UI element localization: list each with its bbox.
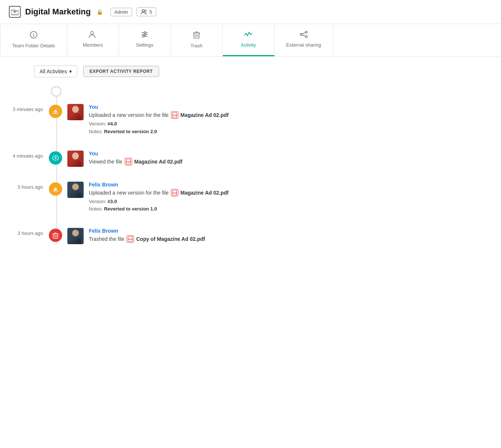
- info-icon: [30, 31, 38, 41]
- tab-trash[interactable]: Trash: [171, 24, 223, 56]
- svg-text:PDF: PDF: [173, 114, 177, 117]
- page-title: Digital Marketing: [25, 7, 91, 17]
- export-button[interactable]: EXPORT ACTIVITY REPORT: [83, 66, 159, 77]
- avatar: [67, 104, 84, 120]
- svg-point-23: [305, 36, 307, 38]
- upload-dot: [49, 105, 62, 118]
- page-header: Digital Marketing 🔒 Admin 5: [0, 0, 501, 24]
- chevron-down-icon: ▾: [69, 68, 72, 74]
- activity-description: Uploaded a new version for the file PDF …: [89, 111, 321, 119]
- svg-point-2: [142, 10, 144, 12]
- file-name: Magazine Ad 02.pdf: [181, 112, 229, 118]
- view-dot: [49, 151, 62, 165]
- trash-icon: [193, 31, 200, 41]
- avatar: [67, 151, 84, 167]
- filter-label: All Activities: [40, 68, 67, 74]
- timeline-item: 3 hours ago Felix Brown Uploaded a new v…: [12, 182, 321, 213]
- activity-description: Trashed the file PDF Copy of Magazine Ad…: [89, 235, 321, 243]
- svg-text:PDF: PDF: [173, 192, 177, 194]
- time-label: 3 minutes ago: [12, 104, 49, 113]
- svg-point-22: [305, 31, 307, 33]
- svg-line-24: [302, 33, 305, 34]
- activity-description: Uploaded a new version for the file PDF …: [89, 189, 321, 196]
- svg-line-25: [302, 35, 305, 36]
- avatar: [67, 228, 84, 244]
- activity-meta: Version: #4.0 Notes: Reverted to version…: [89, 120, 321, 136]
- tab-settings[interactable]: Settings: [119, 24, 171, 56]
- main-content: All Activities ▾ EXPORT ACTIVITY REPORT …: [0, 57, 333, 268]
- timeline-top-circle: [51, 86, 61, 97]
- pdf-icon: PDF: [125, 158, 132, 165]
- members-badge: 5: [137, 7, 156, 16]
- file-name: Copy of Magazine Ad 02.pdf: [136, 236, 205, 242]
- activity-toolbar: All Activities ▾ EXPORT ACTIVITY REPORT: [34, 65, 321, 77]
- svg-text:PDF: PDF: [128, 238, 133, 240]
- activity-user[interactable]: Felix Brown: [89, 182, 321, 188]
- svg-text:PDF: PDF: [127, 161, 131, 163]
- time-label: 4 minutes ago: [12, 151, 49, 159]
- svg-point-30: [55, 157, 56, 158]
- members-icon: [89, 31, 97, 40]
- svg-point-13: [144, 34, 146, 36]
- external-sharing-icon: [300, 31, 308, 40]
- timeline-item: 3 minutes ago You Uploaded a new version…: [12, 104, 321, 136]
- svg-point-7: [91, 31, 94, 34]
- settings-icon: [141, 31, 149, 40]
- timeline-item: 3 hours ago Felix Brown Trash: [12, 228, 321, 244]
- time-label: 3 hours ago: [12, 182, 49, 191]
- activity-icon: [244, 31, 252, 40]
- activity-user[interactable]: Felix Brown: [89, 228, 321, 234]
- admin-badge: Admin: [110, 8, 132, 16]
- activity-meta: Version: #3.0 Notes: Reverted to version…: [89, 198, 321, 213]
- svg-point-21: [300, 34, 302, 36]
- filter-dropdown[interactable]: All Activities ▾: [34, 65, 77, 77]
- file-name: Magazine Ad 02.pdf: [181, 190, 229, 196]
- activity-content: Felix Brown Uploaded a new version for t…: [89, 182, 321, 213]
- tab-label-external-sharing: External sharing: [286, 42, 321, 48]
- tab-label-activity: Activity: [241, 42, 256, 48]
- tab-bar: Team Folder Details Members Settings: [0, 24, 501, 57]
- pdf-icon: PDF: [171, 189, 178, 196]
- lock-icon: 🔒: [97, 9, 103, 15]
- tab-team-folder-details[interactable]: Team Folder Details: [0, 24, 67, 56]
- pdf-icon: PDF: [127, 235, 134, 243]
- upload-dot: [49, 182, 62, 196]
- tab-label-members: Members: [83, 42, 103, 48]
- tab-label-settings: Settings: [136, 42, 154, 48]
- avatar: [67, 182, 84, 198]
- activity-timeline: 3 minutes ago You Uploaded a new version…: [12, 86, 321, 244]
- activity-user[interactable]: You: [89, 104, 321, 110]
- time-label: 3 hours ago: [12, 228, 49, 237]
- activity-content: You Viewed the file PDF Magazine Ad 02.p…: [89, 151, 321, 167]
- tab-activity[interactable]: Activity: [223, 24, 275, 56]
- activity-user[interactable]: You: [89, 151, 321, 156]
- timeline-top: [49, 86, 321, 97]
- activity-content: Felix Brown Trashed the file PDF Copy of…: [89, 228, 321, 244]
- trash-dot: [49, 229, 62, 242]
- file-name: Magazine Ad 02.pdf: [134, 159, 182, 165]
- svg-point-3: [145, 10, 147, 12]
- members-count: 5: [149, 9, 152, 15]
- tab-members[interactable]: Members: [67, 24, 119, 56]
- pdf-icon: PDF: [171, 111, 178, 119]
- tab-label-team-folder: Team Folder Details: [12, 43, 55, 48]
- svg-point-14: [143, 36, 145, 37]
- activity-description: Viewed the file PDF Magazine Ad 02.pdf: [89, 158, 321, 165]
- activity-content: You Uploaded a new version for the file …: [89, 104, 321, 136]
- svg-point-6: [33, 33, 34, 34]
- timeline-item: 4 minutes ago You Viewed the file PDF: [12, 151, 321, 167]
- folder-icon: [9, 6, 21, 18]
- tab-label-trash: Trash: [191, 43, 203, 48]
- tab-external-sharing[interactable]: External sharing: [275, 24, 333, 56]
